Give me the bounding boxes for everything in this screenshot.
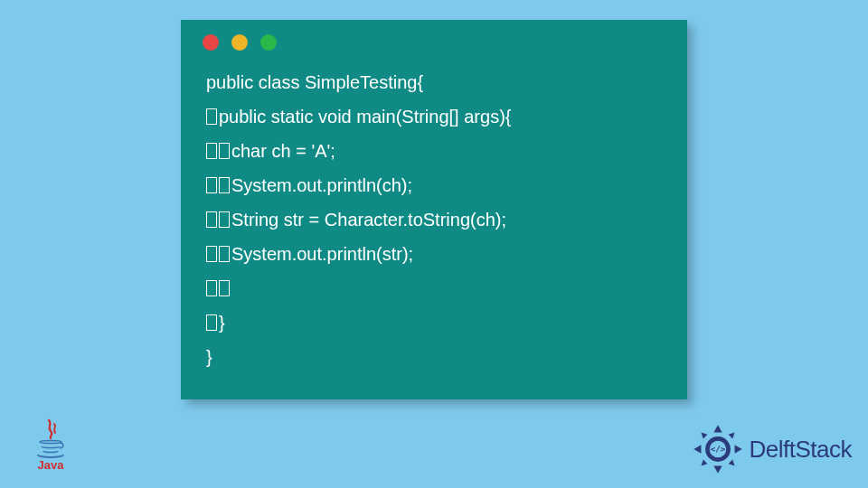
indent-box-icon (219, 211, 230, 228)
code-text: System.out.println(str); (231, 244, 413, 264)
minimize-dot-icon (231, 34, 248, 51)
delftstack-logo: </> DelftStack (692, 423, 853, 475)
window-titlebar (181, 20, 687, 58)
delftstack-label: DelftStack (750, 436, 853, 464)
code-window: public class SimpleTesting{public static… (181, 20, 687, 399)
code-text: char ch = 'A'; (231, 141, 335, 161)
code-text: } (206, 347, 212, 367)
code-text: public static void main(String[] args){ (219, 107, 511, 127)
code-line: public static void main(String[] args){ (206, 99, 662, 134)
code-line: } (206, 340, 662, 374)
code-text: } (219, 313, 225, 333)
maximize-dot-icon (260, 34, 277, 51)
java-logo: Java (34, 417, 67, 472)
indent-box-icon (206, 143, 217, 159)
indent-box-icon (219, 280, 230, 296)
java-cup-icon (34, 417, 67, 460)
indent-box-icon (206, 177, 217, 193)
code-line (206, 271, 662, 305)
indent-box-icon (206, 211, 217, 228)
close-dot-icon (203, 34, 219, 51)
code-line: char ch = 'A'; (206, 134, 662, 168)
indent-box-icon (206, 314, 217, 331)
indent-box-icon (206, 280, 217, 296)
code-text: System.out.println(ch); (231, 175, 412, 195)
code-line: public class SimpleTesting{ (206, 65, 662, 99)
indent-box-icon (219, 143, 230, 159)
java-label: Java (38, 458, 64, 472)
delftstack-badge-icon: </> (692, 423, 744, 475)
indent-box-icon (219, 177, 230, 193)
code-line: System.out.println(ch); (206, 168, 662, 202)
indent-box-icon (219, 246, 230, 262)
indent-box-icon (206, 108, 217, 125)
code-line: System.out.println(str); (206, 237, 662, 271)
indent-box-icon (206, 246, 217, 262)
code-area: public class SimpleTesting{public static… (181, 58, 687, 392)
code-line: } (206, 305, 662, 340)
code-line: String str = Character.toString(ch); (206, 202, 662, 237)
code-text: String str = Character.toString(ch); (231, 210, 506, 230)
code-text: public class SimpleTesting{ (206, 72, 423, 92)
svg-text:</>: </> (710, 444, 725, 454)
